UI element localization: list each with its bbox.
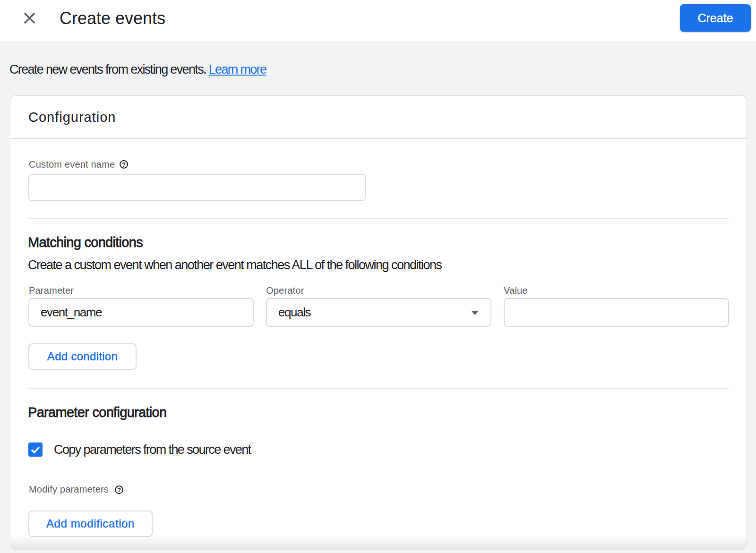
svg-text:?: ?	[117, 486, 121, 493]
svg-text:?: ?	[122, 161, 126, 168]
